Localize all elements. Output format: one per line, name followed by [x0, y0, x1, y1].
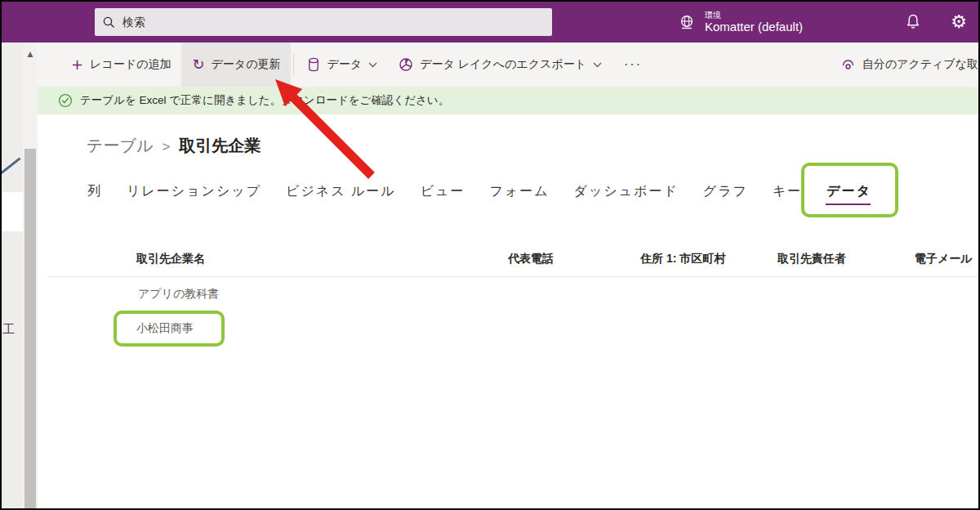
add-record-label: レコードの追加	[90, 57, 171, 72]
export-data-lake-button[interactable]: データ レイクへのエクスポート	[388, 42, 612, 87]
table-row-cell-account-name[interactable]: 小松田商事	[136, 321, 194, 336]
tab-charts[interactable]: グラフ	[703, 183, 748, 199]
view-selector-button[interactable]: 自分のアクティブな取	[841, 42, 978, 87]
command-bar: + レコードの追加 ↻ データの更新 データ	[38, 42, 978, 87]
refresh-icon: ↻	[192, 57, 204, 72]
sidebar-selected-item-fragment	[2, 192, 23, 231]
data-menu-button[interactable]: データ	[296, 42, 388, 87]
export-data-lake-label: データ レイクへのエクスポート	[420, 57, 586, 72]
tab-views[interactable]: ビュー	[421, 183, 466, 199]
add-record-button[interactable]: + レコードの追加	[60, 42, 181, 87]
column-header-main-phone[interactable]: 代表電話	[508, 252, 554, 266]
tab-columns[interactable]: 列	[87, 183, 102, 199]
tab-relationships[interactable]: リレーションシップ	[127, 183, 261, 199]
top-app-bar: 環境 Komatter (default) ⚙	[2, 2, 978, 42]
refresh-data-label: データの更新	[212, 57, 281, 72]
settings-gear-icon[interactable]: ⚙	[951, 13, 967, 31]
sidebar-cutoff-strip: 工 ▲	[2, 42, 38, 508]
topbar-icon-group: ⚙	[905, 2, 967, 42]
environment-picker[interactable]: 環境 Komatter (default)	[678, 2, 803, 42]
table-tabs: 列 リレーションシップ ビジネス ルール ビュー フォーム ダッシュボード グラ…	[87, 183, 871, 199]
column-header-primary-contact[interactable]: 取引先責任者	[777, 252, 846, 266]
green-highlight-box: 小松田商事	[114, 311, 225, 347]
more-commands-button[interactable]: ···	[612, 42, 653, 87]
column-header-address-city[interactable]: 住所 1: 市区町村	[640, 252, 725, 266]
data-menu-label: データ	[327, 57, 362, 72]
table-row-cell-account-name[interactable]: アプリの教科書	[138, 287, 219, 302]
refresh-data-button[interactable]: ↻ データの更新	[181, 42, 291, 87]
environment-name: Komatter (default)	[705, 20, 803, 34]
main-content: テーブル > 取引先企業 列 リレーションシップ ビジネス ルール ビュー フォ…	[38, 114, 978, 508]
success-notification-bar: テーブルを Excel で正常に開きました。ダウンロードをご確認ください。	[38, 87, 978, 114]
data-lake-export-icon	[399, 57, 413, 72]
breadcrumb-chevron: >	[162, 139, 170, 155]
sidebar-scrollbar[interactable]: ▲	[23, 42, 38, 508]
command-separator	[293, 54, 294, 75]
environment-globe-icon	[678, 13, 696, 31]
breadcrumb-tables-link[interactable]: テーブル	[87, 135, 153, 157]
column-header-account-name[interactable]: 取引先企業名	[136, 252, 205, 266]
environment-texts: 環境 Komatter (default)	[705, 11, 803, 34]
screenshot-frame: 環境 Komatter (default) ⚙ 工 ▲ + レコードの	[0, 0, 980, 510]
search-input[interactable]	[122, 16, 544, 29]
scrollbar-up-arrow-icon[interactable]: ▲	[23, 50, 38, 58]
notifications-bell-icon[interactable]	[905, 13, 921, 31]
plus-icon: +	[71, 57, 83, 72]
search-box[interactable]	[95, 8, 552, 36]
environment-label: 環境	[705, 11, 803, 20]
tab-keys[interactable]: キー	[773, 183, 802, 199]
chevron-down-icon	[593, 62, 602, 68]
tab-forms[interactable]: フォーム	[489, 183, 549, 199]
view-selector-label: 自分のアクティブな取	[862, 57, 978, 72]
powerapps-window: 環境 Komatter (default) ⚙ 工 ▲ + レコードの	[2, 2, 978, 508]
grid-header-divider	[47, 276, 978, 277]
database-icon	[307, 57, 320, 72]
column-header-email[interactable]: 電子メール	[915, 252, 973, 266]
success-check-icon	[58, 93, 73, 108]
tab-data[interactable]: データ	[826, 183, 871, 199]
sidebar-fragment-icon	[2, 157, 21, 175]
view-filter-icon	[841, 58, 855, 72]
scrollbar-thumb[interactable]	[24, 149, 36, 508]
breadcrumb: テーブル > 取引先企業	[87, 135, 261, 157]
tab-data-label: データ	[826, 184, 871, 198]
page-title: 取引先企業	[179, 135, 261, 157]
notification-message: テーブルを Excel で正常に開きました。ダウンロードをご確認ください。	[80, 93, 449, 108]
sidebar-fragment-label: 工	[2, 322, 15, 338]
search-icon	[103, 16, 115, 29]
chevron-down-icon	[368, 62, 377, 68]
tab-business-rules[interactable]: ビジネス ルール	[286, 183, 396, 199]
tab-dashboards[interactable]: ダッシュボード	[574, 183, 679, 199]
